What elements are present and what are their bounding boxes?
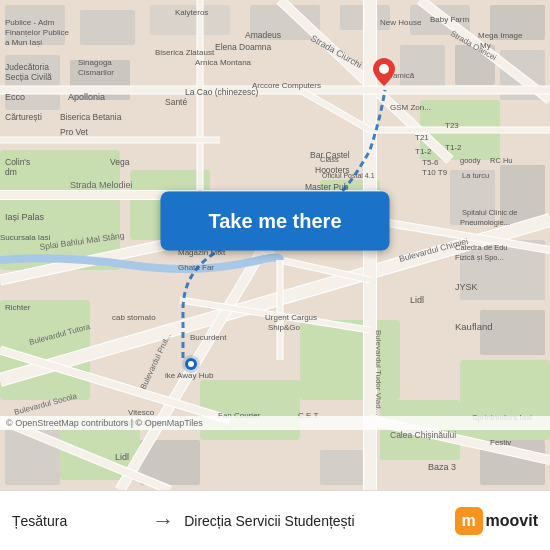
svg-text:Colin's: Colin's xyxy=(5,157,30,167)
svg-text:goody: goody xyxy=(460,156,481,165)
svg-text:T23: T23 xyxy=(445,121,459,130)
svg-text:Pneumologie...: Pneumologie... xyxy=(460,218,510,227)
svg-text:Bucurdent: Bucurdent xyxy=(190,333,227,342)
svg-rect-7 xyxy=(200,380,300,440)
svg-text:cab stomato: cab stomato xyxy=(112,313,156,322)
svg-text:T5-6: T5-6 xyxy=(422,158,439,167)
svg-text:Richter: Richter xyxy=(5,303,31,312)
svg-text:Class: Class xyxy=(320,155,339,164)
svg-rect-26 xyxy=(480,310,545,355)
svg-text:Biserica Betania: Biserica Betania xyxy=(60,112,122,122)
origin-place: Țesătura xyxy=(12,513,142,529)
svg-text:T1-2: T1-2 xyxy=(445,143,462,152)
svg-text:Fizică și Spo...: Fizică și Spo... xyxy=(455,253,504,262)
svg-text:Elena Doamna: Elena Doamna xyxy=(215,42,272,52)
destination-place: Direcția Servicii Studențești xyxy=(184,513,444,529)
svg-text:Judecătoria: Judecătoria xyxy=(5,62,49,72)
svg-text:RC Hu: RC Hu xyxy=(490,156,513,165)
svg-text:Arnica Montana: Arnica Montana xyxy=(195,58,252,67)
svg-rect-29 xyxy=(320,450,370,485)
svg-text:Pro Vet: Pro Vet xyxy=(60,127,89,137)
svg-text:Baby Farm: Baby Farm xyxy=(430,15,469,24)
svg-rect-5 xyxy=(300,320,400,400)
svg-text:JYSK: JYSK xyxy=(455,282,478,292)
moovit-m-icon: m xyxy=(455,507,483,535)
svg-text:T21: T21 xyxy=(415,133,429,142)
take-me-there-button[interactable]: Take me there xyxy=(160,191,389,250)
moovit-text: moovit xyxy=(486,512,538,530)
svg-text:Spitalul Clinic de: Spitalul Clinic de xyxy=(462,208,517,217)
svg-text:Apollonia: Apollonia xyxy=(68,92,105,102)
svg-rect-20 xyxy=(400,45,445,90)
svg-text:Baza 3: Baza 3 xyxy=(428,462,456,472)
svg-text:Catedra de Edu: Catedra de Edu xyxy=(455,243,508,252)
svg-text:Finanțelor Publice: Finanțelor Publice xyxy=(5,28,70,37)
copyright-bar: © OpenStreetMap contributors | © OpenMap… xyxy=(0,416,550,430)
svg-text:Ship&Go: Ship&Go xyxy=(268,323,301,332)
svg-text:Calea Chișinăului: Calea Chișinăului xyxy=(390,430,456,440)
current-location-dot xyxy=(182,355,200,373)
footer-destination: Direcția Servicii Studențești xyxy=(184,513,444,529)
svg-text:Festiv: Festiv xyxy=(490,438,511,447)
svg-text:Vega: Vega xyxy=(110,157,130,167)
map-container: Strada Ciurchi Strada Oancei Strada Melo… xyxy=(0,0,550,490)
svg-text:La Cao (chinezesc): La Cao (chinezesc) xyxy=(185,87,258,97)
svg-rect-1 xyxy=(0,150,120,270)
svg-text:Santé: Santé xyxy=(165,97,187,107)
svg-text:Lidl: Lidl xyxy=(410,295,424,305)
svg-point-153 xyxy=(379,64,389,74)
svg-text:Biserica Zlataust: Biserica Zlataust xyxy=(155,48,215,57)
svg-text:Bulevardul Tudor Vlad...: Bulevardul Tudor Vlad... xyxy=(374,330,383,415)
svg-text:Arccore Computers: Arccore Computers xyxy=(252,81,321,90)
footer-arrow-icon: → xyxy=(152,508,174,534)
footer-origin: Țesătura xyxy=(12,513,142,529)
svg-text:T10 T9: T10 T9 xyxy=(422,168,448,177)
svg-point-156 xyxy=(188,361,194,367)
svg-rect-12 xyxy=(80,10,135,45)
svg-text:Oficiul Postal 4.1: Oficiul Postal 4.1 xyxy=(322,172,375,179)
svg-text:a Mun Iași: a Mun Iași xyxy=(5,38,42,47)
svg-text:GSM Zon...: GSM Zon... xyxy=(390,103,431,112)
svg-text:My: My xyxy=(480,41,491,50)
svg-text:Lidl: Lidl xyxy=(115,452,129,462)
svg-text:New House: New House xyxy=(380,18,422,27)
destination-pin xyxy=(373,58,395,86)
svg-text:Urgent Cargus: Urgent Cargus xyxy=(265,313,317,322)
svg-text:Secția Civilă: Secția Civilă xyxy=(5,72,52,82)
svg-text:Sucursala Iasi: Sucursala Iasi xyxy=(0,233,50,242)
svg-text:Ecco: Ecco xyxy=(5,92,25,102)
footer: Țesătura → Direcția Servicii Studențești… xyxy=(0,490,550,550)
copyright-text: © OpenStreetMap contributors | © OpenMap… xyxy=(6,418,203,428)
svg-text:Mega Image: Mega Image xyxy=(478,31,523,40)
svg-text:T1-2: T1-2 xyxy=(415,147,432,156)
svg-text:Cismarilor: Cismarilor xyxy=(78,68,114,77)
svg-text:Sinagoga: Sinagoga xyxy=(78,58,112,67)
svg-text:Strada Sfântul Lazăr: Strada Sfântul Lazăr xyxy=(0,182,2,255)
svg-text:Publice - Adm: Publice - Adm xyxy=(5,18,55,27)
svg-text:Amadeus: Amadeus xyxy=(245,30,281,40)
svg-text:Iași Palas: Iași Palas xyxy=(5,212,45,222)
svg-text:dm: dm xyxy=(5,167,17,177)
svg-text:Cărturești: Cărturești xyxy=(5,112,42,122)
svg-text:Strada Melodiei: Strada Melodiei xyxy=(70,180,133,190)
svg-text:La turcu: La turcu xyxy=(462,171,489,180)
svg-text:Kalyteros: Kalyteros xyxy=(175,8,208,17)
moovit-logo: m moovit xyxy=(455,507,538,535)
svg-text:Kaufland: Kaufland xyxy=(455,321,493,332)
